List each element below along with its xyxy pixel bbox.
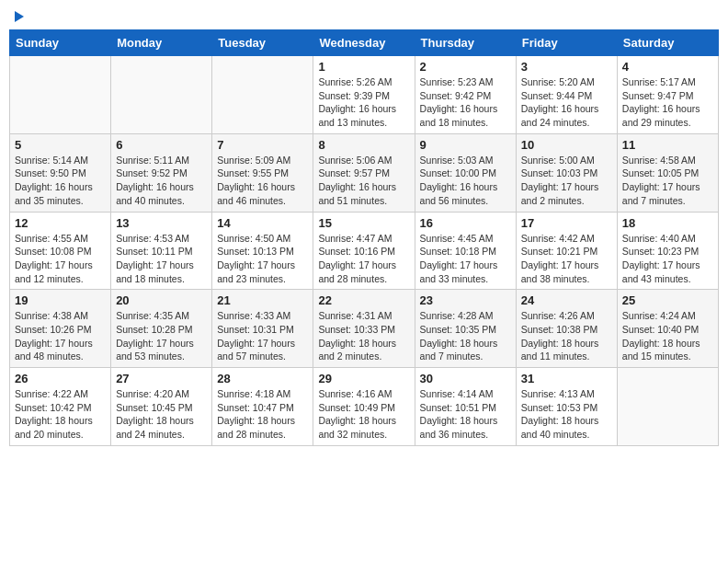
day-info: Sunrise: 4:53 AM Sunset: 10:11 PM Daylig… [116, 232, 207, 286]
day-info: Sunrise: 4:45 AM Sunset: 10:18 PM Daylig… [420, 232, 511, 286]
calendar-table: SundayMondayTuesdayWednesdayThursdayFrid… [9, 29, 719, 446]
calendar-cell: 27Sunrise: 4:20 AM Sunset: 10:45 PM Dayl… [111, 368, 212, 446]
calendar-cell [212, 56, 313, 134]
calendar-cell: 8Sunrise: 5:06 AM Sunset: 9:57 PM Daylig… [313, 133, 415, 212]
day-info: Sunrise: 4:33 AM Sunset: 10:31 PM Daylig… [217, 309, 308, 363]
logo-arrow-icon [15, 11, 24, 22]
day-info: Sunrise: 4:58 AM Sunset: 10:05 PM Daylig… [622, 154, 713, 208]
day-number: 14 [217, 216, 308, 230]
day-info: Sunrise: 5:17 AM Sunset: 9:47 PM Dayligh… [622, 75, 713, 130]
day-number: 25 [622, 293, 713, 307]
calendar-cell: 26Sunrise: 4:22 AM Sunset: 10:42 PM Dayl… [10, 368, 111, 446]
day-number: 24 [521, 293, 612, 307]
day-number: 13 [116, 216, 207, 230]
day-number: 18 [622, 216, 713, 230]
day-header-wednesday: Wednesday [313, 30, 415, 56]
day-number: 1 [318, 60, 409, 74]
page-header [9, 9, 719, 22]
calendar-cell: 21Sunrise: 4:33 AM Sunset: 10:31 PM Dayl… [212, 290, 313, 368]
day-number: 31 [521, 372, 612, 385]
day-number: 17 [521, 216, 612, 230]
day-info: Sunrise: 5:03 AM Sunset: 10:00 PM Daylig… [420, 154, 511, 208]
calendar-cell: 3Sunrise: 5:20 AM Sunset: 9:44 PM Daylig… [516, 56, 617, 134]
day-info: Sunrise: 4:22 AM Sunset: 10:42 PM Daylig… [15, 387, 106, 442]
calendar-cell: 16Sunrise: 4:45 AM Sunset: 10:18 PM Dayl… [415, 212, 516, 290]
day-number: 5 [15, 138, 106, 152]
logo [13, 9, 24, 22]
day-number: 16 [420, 216, 511, 230]
day-info: Sunrise: 5:20 AM Sunset: 9:44 PM Dayligh… [521, 75, 612, 130]
day-info: Sunrise: 4:38 AM Sunset: 10:26 PM Daylig… [15, 309, 106, 363]
day-number: 9 [420, 138, 511, 152]
day-number: 10 [521, 138, 612, 152]
calendar-week-row: 26Sunrise: 4:22 AM Sunset: 10:42 PM Dayl… [10, 368, 719, 446]
calendar-cell: 30Sunrise: 4:14 AM Sunset: 10:51 PM Dayl… [415, 368, 516, 446]
day-info: Sunrise: 4:47 AM Sunset: 10:16 PM Daylig… [318, 232, 409, 286]
day-number: 12 [15, 216, 106, 230]
calendar-week-row: 5Sunrise: 5:14 AM Sunset: 9:50 PM Daylig… [10, 133, 719, 212]
day-number: 22 [318, 293, 409, 307]
day-number: 2 [420, 60, 511, 74]
day-info: Sunrise: 5:06 AM Sunset: 9:57 PM Dayligh… [318, 154, 409, 208]
day-number: 8 [318, 138, 409, 152]
calendar-cell [111, 56, 212, 134]
day-info: Sunrise: 4:26 AM Sunset: 10:38 PM Daylig… [521, 309, 612, 363]
calendar-cell: 5Sunrise: 5:14 AM Sunset: 9:50 PM Daylig… [10, 133, 111, 212]
day-number: 11 [622, 138, 713, 152]
calendar-week-row: 19Sunrise: 4:38 AM Sunset: 10:26 PM Dayl… [10, 290, 719, 368]
day-number: 23 [420, 293, 511, 307]
calendar-cell: 12Sunrise: 4:55 AM Sunset: 10:08 PM Dayl… [10, 212, 111, 290]
day-number: 21 [217, 293, 308, 307]
calendar-cell [10, 56, 111, 134]
calendar-cell: 11Sunrise: 4:58 AM Sunset: 10:05 PM Dayl… [617, 133, 718, 212]
calendar-cell: 29Sunrise: 4:16 AM Sunset: 10:49 PM Dayl… [313, 368, 415, 446]
calendar-cell: 25Sunrise: 4:24 AM Sunset: 10:40 PM Dayl… [617, 290, 718, 368]
day-info: Sunrise: 4:20 AM Sunset: 10:45 PM Daylig… [116, 387, 207, 442]
calendar-cell [617, 368, 718, 446]
day-number: 3 [521, 60, 612, 74]
day-header-sunday: Sunday [10, 30, 111, 56]
day-info: Sunrise: 5:14 AM Sunset: 9:50 PM Dayligh… [15, 154, 106, 208]
calendar-week-row: 12Sunrise: 4:55 AM Sunset: 10:08 PM Dayl… [10, 212, 719, 290]
day-number: 28 [217, 372, 308, 385]
day-header-saturday: Saturday [617, 30, 718, 56]
calendar-cell: 4Sunrise: 5:17 AM Sunset: 9:47 PM Daylig… [617, 56, 718, 134]
day-info: Sunrise: 5:26 AM Sunset: 9:39 PM Dayligh… [318, 75, 409, 130]
day-number: 27 [116, 372, 207, 385]
day-info: Sunrise: 5:11 AM Sunset: 9:52 PM Dayligh… [116, 154, 207, 208]
calendar-week-row: 1Sunrise: 5:26 AM Sunset: 9:39 PM Daylig… [10, 56, 719, 134]
day-header-thursday: Thursday [415, 30, 516, 56]
day-number: 26 [15, 372, 106, 385]
calendar-cell: 20Sunrise: 4:35 AM Sunset: 10:28 PM Dayl… [111, 290, 212, 368]
day-number: 30 [420, 372, 511, 385]
calendar-cell: 24Sunrise: 4:26 AM Sunset: 10:38 PM Dayl… [516, 290, 617, 368]
calendar-cell: 7Sunrise: 5:09 AM Sunset: 9:55 PM Daylig… [212, 133, 313, 212]
calendar-cell: 2Sunrise: 5:23 AM Sunset: 9:42 PM Daylig… [415, 56, 516, 134]
calendar-header-row: SundayMondayTuesdayWednesdayThursdayFrid… [10, 30, 719, 56]
day-header-monday: Monday [111, 30, 212, 56]
day-info: Sunrise: 4:13 AM Sunset: 10:53 PM Daylig… [521, 387, 612, 442]
calendar-cell: 13Sunrise: 4:53 AM Sunset: 10:11 PM Dayl… [111, 212, 212, 290]
day-number: 4 [622, 60, 713, 74]
calendar-cell: 31Sunrise: 4:13 AM Sunset: 10:53 PM Dayl… [516, 368, 617, 446]
calendar-cell: 19Sunrise: 4:38 AM Sunset: 10:26 PM Dayl… [10, 290, 111, 368]
day-info: Sunrise: 4:16 AM Sunset: 10:49 PM Daylig… [318, 387, 409, 442]
day-info: Sunrise: 4:28 AM Sunset: 10:35 PM Daylig… [420, 309, 511, 363]
day-info: Sunrise: 4:42 AM Sunset: 10:21 PM Daylig… [521, 232, 612, 286]
calendar-cell: 1Sunrise: 5:26 AM Sunset: 9:39 PM Daylig… [313, 56, 415, 134]
day-info: Sunrise: 4:24 AM Sunset: 10:40 PM Daylig… [622, 309, 713, 363]
day-info: Sunrise: 5:09 AM Sunset: 9:55 PM Dayligh… [217, 154, 308, 208]
day-info: Sunrise: 4:14 AM Sunset: 10:51 PM Daylig… [420, 387, 511, 442]
calendar-cell: 6Sunrise: 5:11 AM Sunset: 9:52 PM Daylig… [111, 133, 212, 212]
day-info: Sunrise: 4:35 AM Sunset: 10:28 PM Daylig… [116, 309, 207, 363]
calendar-cell: 15Sunrise: 4:47 AM Sunset: 10:16 PM Dayl… [313, 212, 415, 290]
day-number: 6 [116, 138, 207, 152]
day-info: Sunrise: 4:18 AM Sunset: 10:47 PM Daylig… [217, 387, 308, 442]
calendar-cell: 23Sunrise: 4:28 AM Sunset: 10:35 PM Dayl… [415, 290, 516, 368]
calendar-cell: 28Sunrise: 4:18 AM Sunset: 10:47 PM Dayl… [212, 368, 313, 446]
calendar-cell: 10Sunrise: 5:00 AM Sunset: 10:03 PM Dayl… [516, 133, 617, 212]
day-number: 29 [318, 372, 409, 385]
day-info: Sunrise: 4:40 AM Sunset: 10:23 PM Daylig… [622, 232, 713, 286]
calendar-cell: 22Sunrise: 4:31 AM Sunset: 10:33 PM Dayl… [313, 290, 415, 368]
calendar-cell: 17Sunrise: 4:42 AM Sunset: 10:21 PM Dayl… [516, 212, 617, 290]
